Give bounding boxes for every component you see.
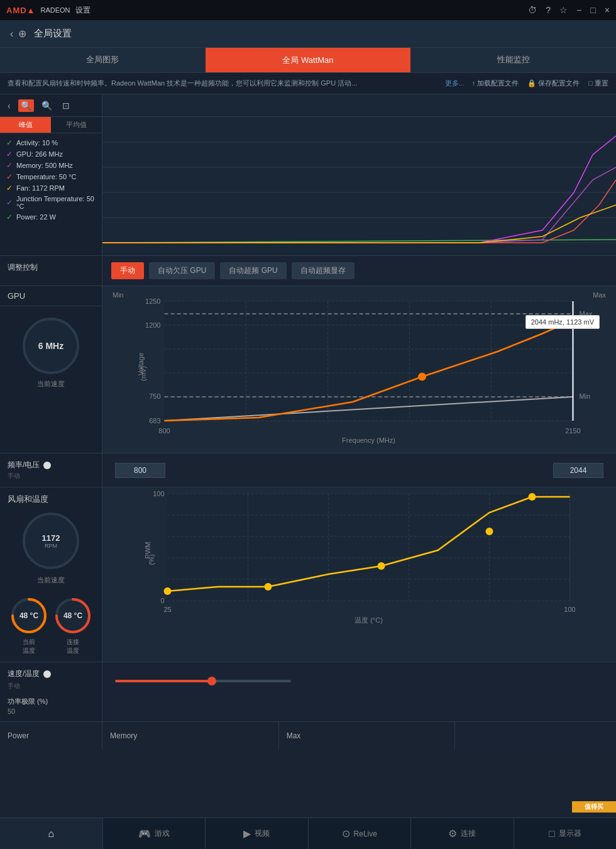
gpu-speed-gauge: 6 MHz <box>23 318 79 374</box>
svg-rect-5 <box>165 301 573 421</box>
svg-text:100: 100 <box>153 490 164 497</box>
fan-chart-svg: 100 0 25 100 PWM (%) 温度 (°C) <box>115 494 603 626</box>
gpu-chart-header: Min Max <box>113 291 606 299</box>
connect-label: 连接 <box>461 828 476 839</box>
metrics-section: 峰值 平均值 ✓ Activity: 10 % ✓ GPU: 266 MHz ✓… <box>0 117 616 255</box>
footer-tab-relive[interactable]: ⊙ ReLive <box>309 818 412 849</box>
metrics-sidebar: 峰值 平均值 ✓ Activity: 10 % ✓ GPU: 266 MHz ✓… <box>0 117 102 255</box>
metric-memory: ✓ Memory: 500 MHz <box>6 161 96 170</box>
gpu-speed-label: 当前速度 <box>37 379 65 389</box>
gpu-chart-area: Min Max <box>102 286 616 453</box>
metric-fan: ✓ Fan: 1172 RPM <box>6 184 96 192</box>
help-icon[interactable]: ? <box>546 5 551 15</box>
current-temp-value: 48 °C <box>19 611 38 620</box>
adjustment-content: 手动 自动欠压 GPU 自动超频 GPU 自动超频显存 <box>102 255 616 286</box>
back-button[interactable]: ‹ <box>10 28 13 40</box>
tab-bar: 全局图形 全局 WattMan 性能监控 <box>0 48 616 73</box>
junction-temp-label: 连接温度 <box>67 638 79 655</box>
amd-logo: AMD▲ <box>6 6 35 15</box>
metric-power: ✓ Power: 22 W <box>6 213 96 221</box>
auto-undervolt-btn[interactable]: 自动欠压 GPU <box>149 262 215 279</box>
auto-oc-mem-btn[interactable]: 自动超频显存 <box>292 262 355 279</box>
svg-point-48 <box>265 583 272 591</box>
junction-temp-circle: 48 °C <box>53 596 92 635</box>
peak-tab[interactable]: 峰值 <box>0 117 51 133</box>
fan-section-title: 风扇和温度 <box>8 494 94 505</box>
tab-performance[interactable]: 性能监控 <box>410 48 616 72</box>
relive-icon: ⊙ <box>342 828 350 840</box>
svg-point-51 <box>529 493 536 501</box>
fan-rpm-gauge: 1172 RPM <box>23 513 79 569</box>
save-config-btn[interactable]: 🔒 保存配置文件 <box>527 79 580 88</box>
peak-avg-tabs: 峰值 平均值 <box>0 117 102 133</box>
memory-bottom-label: Memory <box>102 722 279 749</box>
more-link[interactable]: 更多... <box>445 79 465 88</box>
minimize-icon[interactable]: − <box>576 5 581 15</box>
footer-tab-gaming[interactable]: 🎮 游戏 <box>103 818 206 849</box>
freq-toggle[interactable] <box>43 462 51 469</box>
title-bar-controls: ⏱ ? ☆ − □ × <box>528 5 610 15</box>
gaming-icon: 🎮 <box>138 828 151 840</box>
manual-btn[interactable]: 手动 <box>111 262 144 279</box>
svg-text:1200: 1200 <box>145 321 160 329</box>
freq-voltage-sidebar: 频率/电压 手动 <box>0 453 102 487</box>
fan-sidebar: 风扇和温度 1172 RPM 当前速度 48 °C <box>0 487 102 662</box>
toolbar-row: ‹ 🔍 🔍 ⊡ <box>0 94 616 117</box>
freq-voltage-row: 频率/电压 手动 <box>0 453 616 487</box>
tab-wattman[interactable]: 全局 WattMan <box>206 48 411 72</box>
fan-current-label: 当前速度 <box>37 575 65 585</box>
footer-tab-home[interactable]: ⌂ <box>0 818 103 849</box>
gaming-label: 游戏 <box>155 828 170 839</box>
title-bar-left: AMD▲ RADEON 设置 <box>6 5 91 16</box>
gpu-title: GPU <box>0 286 102 306</box>
auto-oc-gpu-btn[interactable]: 自动超频 GPU <box>220 262 286 279</box>
freq-min-input[interactable] <box>115 463 165 478</box>
svg-text:Min: Min <box>580 392 591 400</box>
max-bottom-label: Max <box>279 722 456 749</box>
close-icon[interactable]: × <box>605 5 610 15</box>
gpu-sidebar: GPU 6 MHz 当前速度 <box>0 286 102 453</box>
watermark: 值得买 <box>572 801 616 813</box>
freq-max-input[interactable] <box>553 463 603 478</box>
footer-tab-connect[interactable]: ⚙ 连接 <box>411 818 514 849</box>
current-temp-label: 当前温度 <box>23 638 35 655</box>
reset-btn[interactable]: □ 重置 <box>588 79 608 88</box>
adjustment-label: 调整控制 <box>0 255 102 286</box>
avg-tab[interactable]: 平均值 <box>51 117 102 133</box>
svg-text:Frequency (MHz): Frequency (MHz) <box>342 436 395 444</box>
maximize-icon[interactable]: □ <box>590 5 595 15</box>
back-ctrl-btn[interactable]: ‹ <box>5 99 13 112</box>
frame-ctrl-btn[interactable]: ⊡ <box>60 99 72 112</box>
tab-global-graphics[interactable]: 全局图形 <box>0 48 206 72</box>
star-icon[interactable]: ☆ <box>559 5 568 15</box>
power-bottom-label: Power <box>0 722 102 749</box>
gpu-section: GPU 6 MHz 当前速度 Min Max <box>0 286 616 453</box>
speed-toggle[interactable] <box>43 670 51 678</box>
footer-tab-display[interactable]: □ 显示器 <box>514 818 617 849</box>
timer-icon[interactable]: ⏱ <box>528 5 537 15</box>
bottom-labels: Power Memory Max <box>0 721 616 749</box>
metric-gpu: ✓ GPU: 266 MHz <box>6 150 96 158</box>
junction-temp-gauge: 48 °C 连接温度 <box>53 596 92 655</box>
power-slider[interactable] <box>115 680 291 682</box>
power-limit-label: 功率极限 (%) <box>8 697 94 706</box>
zoom-ctrl-btn[interactable]: 🔍 <box>39 99 55 112</box>
svg-text:(mV): (mV) <box>140 366 147 381</box>
title-bar: AMD▲ RADEON 设置 ⏱ ? ☆ − □ × <box>0 0 616 20</box>
header-nav: ‹ ⊕ 全局设置 <box>0 20 616 48</box>
globe-icon: ⊕ <box>18 28 26 40</box>
home-icon: ⌂ <box>48 828 54 840</box>
volt-freq-tooltip: 2044 mHz, 1123 mV <box>525 315 600 329</box>
svg-text:2150: 2150 <box>565 427 580 435</box>
speed-temp-mode: 手动 <box>8 682 94 691</box>
search-ctrl-btn[interactable]: 🔍 <box>18 99 34 112</box>
current-temp-gauge: 48 °C 当前温度 <box>9 596 48 655</box>
load-config-btn[interactable]: ↑ 加载配置文件 <box>472 79 519 88</box>
svg-point-47 <box>164 587 172 595</box>
power-slider-thumb[interactable] <box>207 677 216 685</box>
svg-text:温度 (°C): 温度 (°C) <box>355 616 383 624</box>
power-slider-wrapper <box>102 662 616 721</box>
info-actions: ↑ 加载配置文件 🔒 保存配置文件 □ 重置 <box>472 79 608 88</box>
gpu-speed-value: 6 MHz <box>38 341 63 351</box>
footer-tab-video[interactable]: ▶ 视频 <box>206 818 309 849</box>
